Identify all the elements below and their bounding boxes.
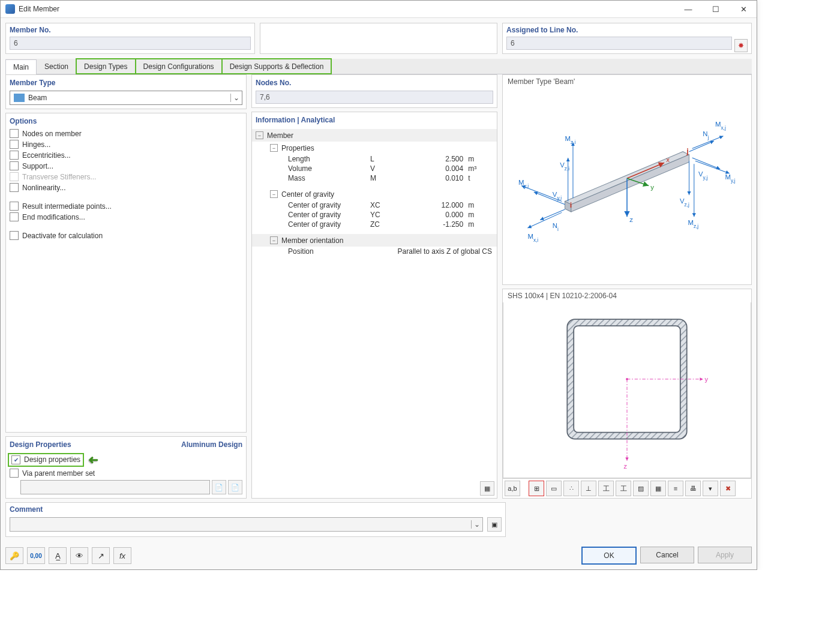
apply-button[interactable]: Apply	[698, 547, 752, 563]
svg-text:Nj: Nj	[703, 130, 709, 140]
tab-design-types[interactable]: Design Types	[76, 59, 136, 74]
svg-text:Vz,j: Vz,j	[680, 197, 689, 208]
tool-i2-icon[interactable]: 工	[616, 481, 631, 496]
options-label: Options	[10, 117, 37, 125]
fx-icon[interactable]: fx	[113, 547, 131, 564]
tab-design-configurations[interactable]: Design Configurations	[136, 59, 222, 74]
options-section: Options Nodes on member Hinges... Eccent…	[5, 113, 247, 433]
tool-delete-icon[interactable]: ✖	[720, 481, 736, 496]
aluminum-design-label: Aluminum Design	[181, 440, 242, 449]
collapse-icon[interactable]: −	[270, 190, 278, 198]
tool-points-icon[interactable]: ∴	[563, 481, 579, 496]
assigned-field[interactable]: 6	[506, 37, 732, 50]
tool-values-icon[interactable]: a,b	[505, 481, 520, 496]
design-properties-checkbox[interactable]	[11, 455, 20, 464]
tool-hatch-icon[interactable]: ▨	[633, 481, 649, 496]
svg-text:x: x	[666, 156, 670, 163]
cross-section-svg: y z	[540, 303, 714, 477]
tab-section[interactable]: Section	[37, 59, 76, 74]
dialog-button-bar: 🔑 0,00 A̲ 👁 ↗ fx OK Cancel Apply	[1, 542, 757, 569]
information-section: Information | Analytical −Member −Proper…	[251, 112, 497, 499]
member-type-color-swatch	[14, 94, 25, 102]
svg-text:z: z	[629, 216, 633, 223]
edit-member-window: Edit Member — ☐ ✕ Member No. 6 Assigned …	[0, 0, 757, 570]
assigned-panel: Assigned to Line No. 6 ✸	[502, 23, 752, 54]
option-hinges[interactable]: Hinges...	[10, 140, 242, 149]
tool-grid-icon[interactable]: ▦	[650, 481, 666, 496]
help-icon[interactable]: 🔑	[5, 547, 23, 564]
design-properties-section: Design Properties Aluminum Design Design…	[5, 436, 247, 499]
cancel-button[interactable]: Cancel	[640, 547, 694, 563]
minimize-button[interactable]: —	[680, 3, 697, 15]
close-button[interactable]: ✕	[735, 3, 752, 15]
svg-text:Mx,j: Mx,j	[715, 121, 726, 131]
tool-axes-icon[interactable]: ⊞	[529, 481, 544, 496]
tool-list-icon[interactable]: ≡	[668, 481, 683, 496]
svg-text:My,j: My,j	[725, 173, 736, 184]
assigned-label: Assigned to Line No.	[506, 26, 748, 34]
tool-shear-icon[interactable]: ⊥	[581, 481, 596, 496]
option-eccentricities[interactable]: Eccentricities...	[10, 151, 242, 160]
option-result-intermediate-points[interactable]: Result intermediate points...	[10, 202, 242, 211]
member-no-field[interactable]: 6	[10, 37, 251, 50]
preview-type-label: Member Type 'Beam'	[508, 77, 575, 86]
comment-section: Comment ⌄ ▣	[5, 502, 506, 537]
ok-button[interactable]: OK	[581, 547, 637, 565]
member-type-value: Beam	[28, 94, 230, 102]
svg-text:My,i: My,i	[518, 179, 529, 188]
design-properties-label: Design Properties	[10, 440, 71, 449]
section-preview-panel: SHS 100x4 | EN 10210-2:2006-04	[502, 289, 752, 499]
beam-3d-svg: i j x y z Nj Mx,j Vy,j My,j	[503, 75, 751, 284]
edit-set-icon[interactable]: 📄	[228, 480, 242, 494]
design-properties-text: Design properties	[24, 455, 80, 464]
app-icon	[5, 4, 15, 14]
svg-text:y: y	[705, 375, 709, 382]
option-end-modifications[interactable]: End modifications...	[10, 212, 242, 221]
svg-marker-2	[571, 155, 689, 212]
section-name-label: SHS 100x4 | EN 10210-2:2006-04	[503, 289, 751, 302]
comment-extra-icon[interactable]: ▣	[487, 517, 502, 532]
nodes-label: Nodes No.	[256, 79, 291, 87]
pick-line-icon[interactable]: ✸	[734, 39, 748, 52]
prop-volume: Volume	[252, 164, 368, 173]
collapse-icon[interactable]: −	[256, 131, 263, 139]
option-transverse-stiffeners: Transverse Stiffeners...	[10, 172, 242, 181]
units-icon[interactable]: 0,00	[27, 547, 45, 564]
option-nonlinearity[interactable]: Nonlinearity...	[10, 183, 242, 192]
arrow-indicator-icon: ➜	[88, 452, 98, 467]
member-type-select[interactable]: Beam ⌄	[10, 91, 242, 105]
option-deactivate[interactable]: Deactivate for calculation	[10, 231, 242, 240]
font-icon[interactable]: A̲	[49, 547, 67, 564]
svg-line-9	[689, 141, 714, 152]
svg-text:Mz,i: Mz,i	[565, 135, 576, 145]
collapse-icon[interactable]: −	[270, 144, 278, 152]
tab-main[interactable]: Main	[5, 59, 37, 74]
nodes-field[interactable]: 7,6	[256, 91, 493, 104]
svg-line-29	[540, 209, 565, 220]
window-title: Edit Member	[19, 5, 680, 13]
chevron-down-icon: ⌄	[471, 520, 482, 529]
tool-i1-icon[interactable]: 工	[598, 481, 614, 496]
tab-design-supports-deflection[interactable]: Design Supports & Deflection	[222, 59, 332, 74]
option-support[interactable]: Support...	[10, 161, 242, 170]
comment-input[interactable]: ⌄	[10, 517, 483, 532]
collapse-icon[interactable]: −	[270, 236, 278, 244]
pointer-icon[interactable]: ↗	[92, 547, 110, 564]
tool-print-icon[interactable]: 🖶	[685, 481, 701, 496]
new-set-icon[interactable]: 📄	[212, 480, 226, 494]
member-type-section: Member Type Beam ⌄	[5, 74, 247, 109]
maximize-button[interactable]: ☐	[707, 3, 724, 15]
svg-text:y: y	[650, 184, 654, 191]
member-set-select[interactable]	[20, 480, 210, 494]
tool-dropdown-icon[interactable]: ▾	[703, 481, 718, 496]
via-parent-checkbox[interactable]: Via parent member set	[10, 469, 242, 478]
view-icon[interactable]: 👁	[70, 547, 88, 564]
svg-line-13	[692, 158, 721, 169]
design-properties-checkbox-highlight: Design properties	[10, 455, 82, 465]
section-toolbar: a,b ⊞ ▭ ∴ ⊥ 工 工 ▨ ▦ ≡ 🖶 ▾ ✖	[503, 478, 751, 498]
option-nodes-on-member[interactable]: Nodes on member	[10, 129, 242, 138]
tool-dim-icon[interactable]: ▭	[546, 481, 562, 496]
info-detail-icon[interactable]: ▦	[480, 481, 494, 496]
comment-label: Comment	[10, 505, 43, 514]
member-type-label: Member Type	[10, 79, 55, 87]
